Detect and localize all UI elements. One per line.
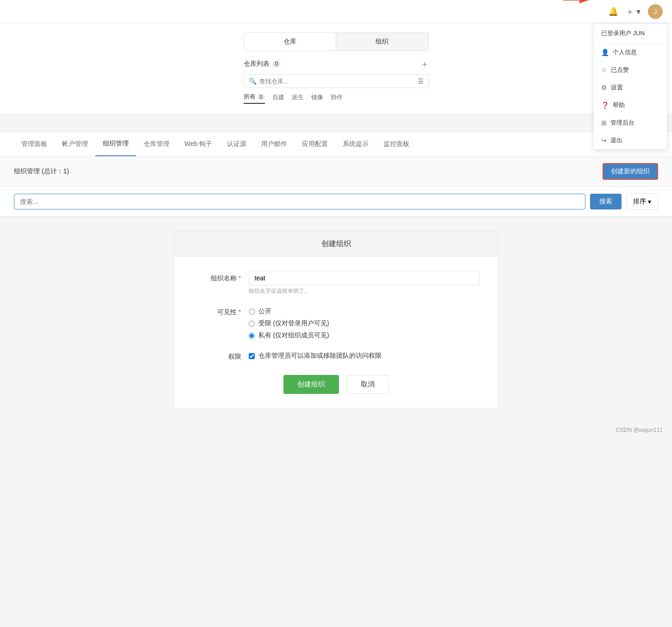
create-org-button[interactable]: 创建新的组织: [603, 163, 658, 180]
help-icon: ❓: [601, 101, 609, 109]
visibility-public[interactable]: 公开: [249, 307, 479, 316]
admin-icon: ⊞: [601, 119, 607, 127]
admin-section: 管理面板 帐户管理 组织管理 仓库管理 Web 钩子 认证源 用户邮件 应用配置…: [0, 132, 672, 217]
add-icon[interactable]: ＋ ▾: [626, 6, 641, 17]
subtab-mirror[interactable]: 镜像: [311, 93, 323, 104]
dropdown-item-logout[interactable]: ↪ 退出: [594, 132, 667, 149]
visibility-limited[interactable]: 受限 (仅对登录用户可见): [249, 319, 479, 328]
btn-create-org[interactable]: 创建组织: [283, 375, 339, 394]
repo-list-title: 仓库列表 0: [244, 60, 281, 68]
repo-search-input[interactable]: [259, 78, 415, 85]
dropdown-label-logout: 退出: [610, 136, 622, 145]
org-mgmt-title: 组织管理 (总计：1): [14, 167, 69, 176]
add-repo-icon[interactable]: ＋: [421, 58, 429, 70]
watermark: CSDN @wajun111: [0, 422, 672, 438]
btn-cancel[interactable]: 取消: [346, 375, 389, 394]
admin-nav: 管理面板 帐户管理 组织管理 仓库管理 Web 钩子 认证源 用户邮件 应用配置…: [0, 132, 672, 157]
permission-checkbox[interactable]: [249, 353, 255, 359]
search-icon: 🔍: [249, 77, 257, 85]
name-field: 组织名字应该简单明了。: [249, 271, 479, 295]
radio-limited[interactable]: [249, 321, 255, 327]
org-search-button[interactable]: 搜索: [590, 194, 622, 209]
permission-text: 仓库管理员可以添加或移除团队的访问权限: [258, 352, 382, 360]
repo-list-header: 仓库列表 0 ＋: [244, 58, 429, 70]
admin-nav-accounts[interactable]: 帐户管理: [55, 133, 95, 156]
visibility-private[interactable]: 私有 (仅对组织成员可见): [249, 331, 479, 340]
visibility-required: *: [237, 308, 241, 316]
upper-panel-area: 仓库 组织 仓库列表 0 ＋ 🔍 ☰ 所有 0 自建 派生: [0, 23, 672, 113]
admin-nav-monitor[interactable]: 监控面板: [376, 133, 417, 156]
form-row-name: 组织名称 * 组织名字应该简单明了。: [193, 271, 479, 295]
top-navbar: 🔔 ＋ ▾ J 已登录用户 JUN 👤 个人信息 ☆ 已点赞 ⚙ 设置 ❓: [0, 0, 672, 23]
navbar-icons: 🔔 ＋ ▾ J: [608, 4, 663, 19]
dropdown-label-admin: 管理后台: [610, 119, 634, 127]
form-row-permission: 权限 仓库管理员可以添加或移除团队的访问权限: [193, 349, 479, 361]
name-hint: 组织名字应该简单明了。: [249, 287, 479, 295]
filter-icon[interactable]: ☰: [418, 77, 424, 85]
admin-nav-email[interactable]: 用户邮件: [254, 133, 295, 156]
dropdown-item-liked[interactable]: ☆ 已点赞: [594, 61, 667, 79]
org-search-section: 搜索 排序 ▾: [0, 187, 672, 217]
dropdown-item-admin[interactable]: ⊞ 管理后台: [594, 114, 667, 132]
form-body: 组织名称 * 组织名字应该简单明了。 可见性 * 公开: [175, 257, 498, 408]
settings-icon: ⚙: [601, 84, 607, 91]
notification-icon[interactable]: 🔔: [608, 6, 618, 17]
admin-nav-webhooks[interactable]: Web 钩子: [177, 133, 220, 156]
form-title: 创建组织: [175, 232, 498, 257]
tab-org[interactable]: 组织: [336, 33, 428, 51]
subtab-all[interactable]: 所有 0: [244, 93, 265, 104]
org-name-input[interactable]: [249, 271, 479, 285]
create-org-form: 创建组织 组织名称 * 组织名字应该简单明了。 可见性 *: [174, 231, 498, 408]
form-row-visibility: 可见性 * 公开 受限 (仅对登录用户可见): [193, 304, 479, 340]
avatar-button[interactable]: J: [648, 4, 663, 19]
admin-nav-repos[interactable]: 仓库管理: [136, 133, 177, 156]
admin-nav-dashboard[interactable]: 管理面板: [14, 133, 55, 156]
dropdown-user-label: 已登录用户 JUN: [594, 24, 667, 44]
sort-chevron-icon: ▾: [648, 198, 651, 205]
name-required: *: [237, 274, 241, 282]
subtab-fork[interactable]: 派生: [292, 93, 304, 104]
visibility-radio-group: 公开 受限 (仅对登录用户可见) 私有 (仅对组织成员可见): [249, 304, 479, 340]
logout-icon: ↪: [601, 137, 607, 144]
name-label: 组织名称 *: [193, 271, 249, 283]
repo-panel: 仓库 组织 仓库列表 0 ＋ 🔍 ☰ 所有 0 自建 派生: [244, 32, 429, 104]
permission-checkbox-item[interactable]: 仓库管理员可以添加或移除团队的访问权限: [249, 349, 479, 360]
dropdown-item-help[interactable]: ❓ 帮助: [594, 96, 667, 114]
dropdown-label-help: 帮助: [613, 101, 625, 109]
dropdown-item-settings[interactable]: ⚙ 设置: [594, 79, 667, 96]
repo-search-row: 🔍 ☰: [244, 74, 429, 88]
admin-nav-orgs[interactable]: 组织管理: [95, 132, 136, 156]
form-actions: 创建组织 取消: [193, 375, 479, 394]
org-search-input[interactable]: [14, 194, 585, 209]
radio-public[interactable]: [249, 309, 255, 315]
visibility-field: 公开 受限 (仅对登录用户可见) 私有 (仅对组织成员可见): [249, 304, 479, 340]
permission-field: 仓库管理员可以添加或移除团队的访问权限: [249, 349, 479, 360]
dropdown-label-profile: 个人信息: [613, 48, 637, 57]
star-icon: ☆: [601, 66, 607, 74]
main-tab-bar: 仓库 组织: [244, 32, 429, 51]
avatar-text: J: [654, 8, 657, 15]
radio-private[interactable]: [249, 333, 255, 339]
repo-count-badge: 0: [272, 60, 281, 68]
person-icon: 👤: [601, 49, 609, 56]
permission-label: 权限: [193, 349, 249, 361]
repo-subtabs: 所有 0 自建 派生 镜像 协作: [244, 93, 429, 104]
dropdown-label-settings: 设置: [611, 83, 623, 92]
subtab-own[interactable]: 自建: [272, 93, 284, 104]
org-sort-button[interactable]: 排序 ▾: [626, 193, 658, 210]
admin-nav-appconfig[interactable]: 应用配置: [295, 133, 335, 156]
sort-label: 排序: [633, 197, 646, 206]
admin-nav-auth[interactable]: 认证源: [220, 133, 254, 156]
user-dropdown-menu: 已登录用户 JUN 👤 个人信息 ☆ 已点赞 ⚙ 设置 ❓ 帮助 ⊞ 管理后台: [593, 23, 667, 150]
admin-nav-notices[interactable]: 系统提示: [335, 133, 376, 156]
visibility-label: 可见性 *: [193, 304, 249, 317]
org-mgmt-header: 组织管理 (总计：1) 创建新的组织: [0, 157, 672, 187]
tab-warehouse[interactable]: 仓库: [244, 33, 336, 51]
dropdown-item-profile[interactable]: 👤 个人信息: [594, 44, 667, 61]
subtab-collab[interactable]: 协作: [331, 93, 343, 104]
dropdown-label-liked: 已点赞: [611, 66, 629, 74]
